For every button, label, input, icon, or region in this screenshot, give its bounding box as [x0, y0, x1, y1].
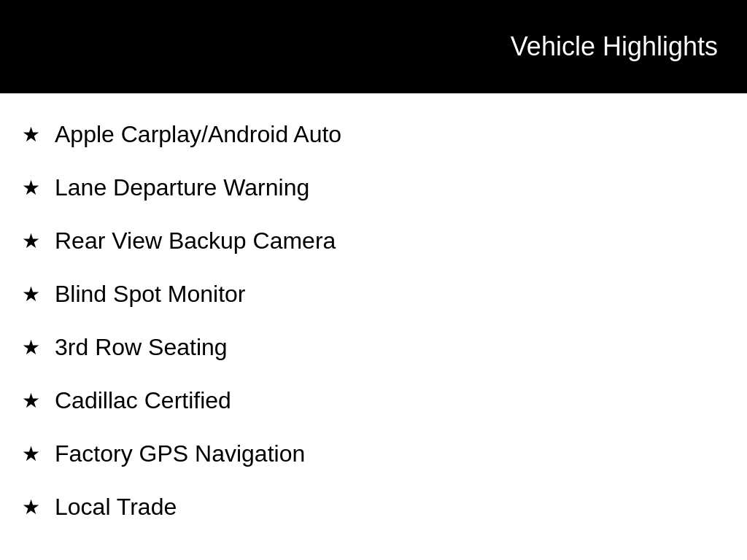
star-icon: ★ — [22, 497, 40, 518]
highlight-label-cadillac-certified: Cadillac Certified — [55, 387, 231, 414]
star-icon: ★ — [22, 444, 40, 464]
highlight-label-blind-spot: Blind Spot Monitor — [55, 281, 245, 308]
highlight-label-rear-view: Rear View Backup Camera — [55, 228, 336, 254]
star-icon: ★ — [22, 125, 40, 145]
list-item: ★Local Trade — [22, 481, 725, 534]
highlight-label-lane-departure: Lane Departure Warning — [55, 174, 309, 201]
highlights-list: ★Apple Carplay/Android Auto★Lane Departu… — [0, 93, 747, 548]
star-icon: ★ — [22, 231, 40, 252]
page-header: Vehicle Highlights — [0, 0, 747, 93]
star-icon: ★ — [22, 391, 40, 411]
star-icon: ★ — [22, 284, 40, 305]
list-item: ★Factory GPS Navigation — [22, 427, 725, 481]
star-icon: ★ — [22, 338, 40, 358]
list-item: ★Lane Departure Warning — [22, 161, 725, 214]
highlight-label-local-trade: Local Trade — [55, 494, 177, 521]
list-item: ★Rear View Backup Camera — [22, 214, 725, 268]
highlight-label-factory-gps: Factory GPS Navigation — [55, 440, 305, 467]
list-item: ★Apple Carplay/Android Auto — [22, 108, 725, 161]
page-title: Vehicle Highlights — [511, 31, 718, 62]
highlight-label-3rd-row: 3rd Row Seating — [55, 334, 228, 361]
highlight-label-apple-carplay: Apple Carplay/Android Auto — [55, 121, 341, 148]
list-item: ★Blind Spot Monitor — [22, 268, 725, 321]
list-item: ★Cadillac Certified — [22, 374, 725, 427]
star-icon: ★ — [22, 178, 40, 198]
list-item: ★3rd Row Seating — [22, 321, 725, 374]
